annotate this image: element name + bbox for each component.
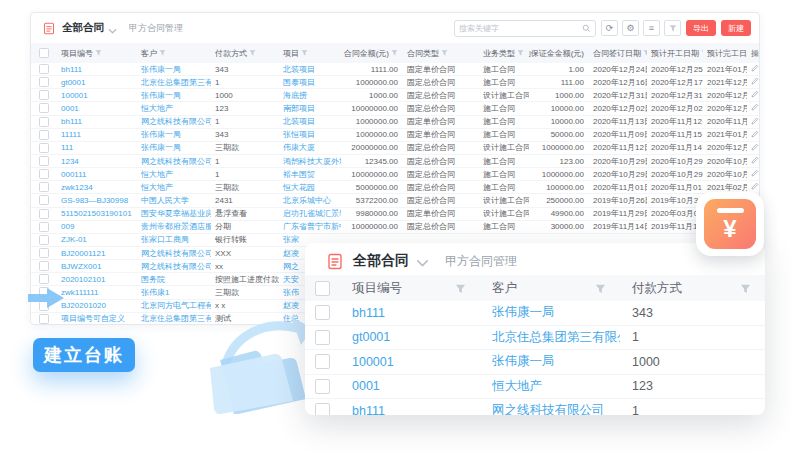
table-cell[interactable]: BJ20201020 <box>57 301 137 310</box>
table-cell[interactable]: 网之线科技有限公司 <box>480 402 620 415</box>
row-checkbox[interactable] <box>31 169 57 179</box>
table-cell[interactable]: 贵州帝都府景酒店服务有... <box>137 221 211 232</box>
overlay-breadcrumb-secondary[interactable]: 甲方合同管理 <box>445 253 517 270</box>
table-cell[interactable]: 国泰项目 <box>279 77 341 88</box>
table-cell[interactable]: 恒大地产 <box>137 169 211 180</box>
table-cell[interactable]: 1234 <box>57 157 137 166</box>
table-cell[interactable]: 广东省普宁市新中医医院... <box>279 221 341 232</box>
table-cell[interactable]: 网之线科技有限公司 <box>137 261 211 272</box>
breadcrumb-secondary[interactable]: 甲方合同管理 <box>129 22 183 35</box>
table-cell[interactable]: 网之线科技有限公司 <box>137 248 211 259</box>
table-cell[interactable]: 网之线科技有限公司 <box>137 116 211 127</box>
table-cell[interactable]: BJWZX001 <box>57 262 137 271</box>
row-checkbox[interactable] <box>31 209 57 219</box>
table-cell[interactable]: 张伟康1 <box>137 287 211 298</box>
row-checkbox[interactable] <box>31 235 57 245</box>
row-checkbox[interactable] <box>31 301 57 311</box>
edit-icon[interactable] <box>747 103 760 113</box>
row-checkbox[interactable] <box>31 222 57 232</box>
table-cell[interactable]: 2020102101 <box>57 275 137 284</box>
table-cell[interactable]: 0001 <box>340 379 480 393</box>
table-cell[interactable]: 南部项目 <box>279 103 341 114</box>
table-cell[interactable]: BJ20001121 <box>57 249 137 258</box>
row-checkbox[interactable] <box>305 330 340 345</box>
table-cell[interactable]: GS-983—BJ30998 <box>57 196 137 205</box>
table-cell[interactable]: 111 <box>57 143 137 152</box>
row-checkbox[interactable] <box>31 143 57 153</box>
edit-icon[interactable] <box>747 169 760 179</box>
table-cell[interactable]: 伟康大厦 <box>279 142 341 153</box>
table-cell[interactable]: 北京住总集团第三有限公司 <box>137 313 211 324</box>
table-cell[interactable]: ZJK-01 <box>57 235 137 244</box>
table-cell[interactable]: bh111 <box>57 65 137 74</box>
row-checkbox[interactable] <box>31 248 57 258</box>
table-cell[interactable]: 北京住总集团第三有限公司 <box>480 329 620 346</box>
settings-gear-button[interactable]: ⚙ <box>622 20 639 36</box>
filter-icon[interactable] <box>441 49 448 58</box>
table-cell[interactable]: 中国人民大学 <box>137 195 211 206</box>
columns-button[interactable]: ≡ <box>643 20 660 36</box>
table-cell[interactable]: 北装项目 <box>279 116 341 127</box>
table-cell[interactable]: 恒大地产 <box>137 182 211 193</box>
table-cell[interactable]: 恒大地产 <box>137 103 211 114</box>
table-cell[interactable]: 100001 <box>57 91 137 100</box>
filter-button[interactable] <box>664 20 681 36</box>
row-checkbox[interactable] <box>31 182 57 192</box>
filter-icon[interactable] <box>301 49 308 58</box>
edit-icon[interactable] <box>747 117 760 127</box>
edit-icon[interactable] <box>747 64 760 74</box>
table-cell[interactable]: bh111 <box>57 117 137 126</box>
row-checkbox[interactable] <box>305 403 340 415</box>
filter-icon[interactable] <box>249 49 256 58</box>
filter-icon[interactable] <box>159 49 166 58</box>
table-cell[interactable]: 张伟康一局 <box>480 304 620 321</box>
select-all-checkbox[interactable] <box>31 48 57 58</box>
filter-icon[interactable] <box>455 283 466 294</box>
table-cell[interactable]: 11111 <box>57 130 137 139</box>
row-checkbox[interactable] <box>31 77 57 87</box>
table-cell[interactable]: 网之线科技有限公司 <box>137 156 211 167</box>
create-button[interactable]: 新建 <box>721 20 751 36</box>
table-cell[interactable]: 北京住总集团第三有限公司 <box>137 77 211 88</box>
edit-icon[interactable] <box>747 156 760 166</box>
edit-icon[interactable] <box>747 77 760 87</box>
search-icon[interactable] <box>582 24 591 33</box>
row-checkbox[interactable] <box>305 379 340 394</box>
row-checkbox[interactable] <box>31 117 57 127</box>
row-checkbox[interactable] <box>305 305 340 320</box>
table-cell[interactable]: 北装项目 <box>279 64 341 75</box>
edit-icon[interactable] <box>747 143 760 153</box>
table-cell[interactable]: 0001 <box>57 104 137 113</box>
row-checkbox[interactable] <box>31 156 57 166</box>
row-checkbox[interactable] <box>31 314 57 324</box>
table-cell[interactable]: bh111 <box>340 404 480 415</box>
filter-icon[interactable] <box>740 283 751 294</box>
table-cell[interactable]: 张伟康一局 <box>137 64 211 75</box>
table-cell[interactable]: 张家口工商局 <box>137 234 211 245</box>
table-cell[interactable]: 北京乐城中心 <box>279 195 341 206</box>
create-ledger-button[interactable]: 建立台账 <box>33 338 135 372</box>
table-cell[interactable]: 张伟康一局 <box>137 90 211 101</box>
row-checkbox[interactable] <box>305 354 340 369</box>
table-cell[interactable]: 鸿鹄科技大厦外墙施工项目 <box>279 156 341 167</box>
row-checkbox[interactable] <box>31 195 57 205</box>
filter-icon[interactable] <box>391 49 398 58</box>
table-cell[interactable]: 100001 <box>340 355 480 369</box>
export-button[interactable]: 导出 <box>686 20 716 36</box>
table-cell[interactable]: 海底捞 <box>279 90 341 101</box>
table-cell[interactable]: zwk1234 <box>57 183 137 192</box>
table-cell[interactable]: 项目编号可自定义 <box>57 313 137 324</box>
edit-icon[interactable] <box>747 182 760 192</box>
filter-icon[interactable] <box>595 283 606 294</box>
table-cell[interactable]: 张伟康一局 <box>137 129 211 140</box>
table-cell[interactable]: 张伟康一局 <box>480 353 620 370</box>
table-cell[interactable]: 恒大地产 <box>480 378 620 395</box>
table-cell[interactable]: 裕丰国贸 <box>279 169 341 180</box>
table-cell[interactable]: 北京同方电气工程有限公司 <box>137 300 211 311</box>
row-checkbox[interactable] <box>31 274 57 284</box>
chevron-down-icon[interactable] <box>416 259 429 267</box>
filter-icon[interactable] <box>95 49 102 58</box>
row-checkbox[interactable] <box>31 261 57 271</box>
table-cell[interactable]: gt0001 <box>57 78 137 87</box>
table-cell[interactable]: zwk111111 <box>57 288 137 297</box>
